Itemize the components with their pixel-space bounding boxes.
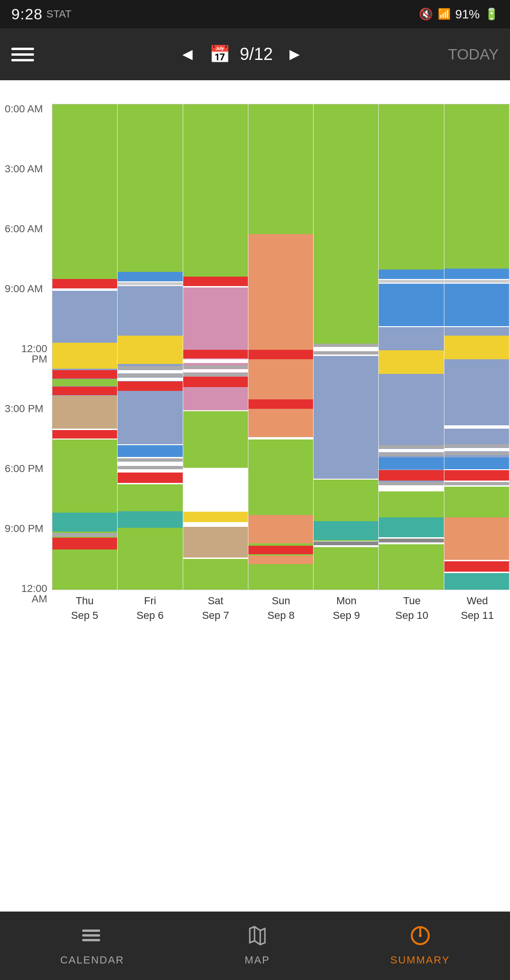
menu-button[interactable] [11,48,34,61]
day-label-tue: Tue Sep 10 [379,590,445,623]
calendar-icon: 📅 [209,44,230,64]
day-label-thu: Thu Sep 5 [52,590,118,623]
time-label-6am: 6:00 AM [5,224,48,234]
status-time: 9:28 [11,6,42,23]
map-nav-label: MAP [245,954,270,966]
svg-rect-1 [84,934,100,937]
svg-point-10 [419,934,422,937]
summary-icon [410,926,430,950]
next-week-button[interactable]: ► [282,44,307,64]
time-label-12pm: 12:00 PM [5,344,52,364]
day-col-tue [379,104,444,590]
day-label-wed: Wed Sep 11 [444,590,510,623]
svg-rect-2 [84,939,100,941]
svg-rect-3 [82,929,86,932]
status-stat: STAT [46,8,71,20]
day-col-sun [248,104,314,590]
day-col-sat [183,104,248,590]
time-label-3pm: 3:00 PM [5,404,48,414]
day-label-sun: Sun Sep 8 [248,590,314,623]
battery-text: 91% [455,7,480,22]
nav-calendar[interactable]: CALENDAR [60,926,124,966]
day-col-mon [314,104,379,590]
today-button[interactable]: TODAY [448,46,499,63]
day-label-mon: Mon Sep 9 [314,590,379,623]
chart-container: 0:00 AM 3:00 AM 6:00 AM 9:00 AM 12:00 PM… [0,94,510,628]
signal-icon: 📶 [438,8,450,20]
time-label-0am: 0:00 AM [5,104,48,114]
mute-icon: 🔇 [419,8,433,21]
top-nav: ◄ 📅 9/12 ► TODAY [0,28,510,80]
day-labels: Thu Sep 5 Fri Sep 6 Sat Sep 7 Sun Sep 8 … [52,590,510,623]
time-label-12am: 12:00 AM [5,583,52,604]
time-label-6pm: 6:00 PM [5,464,48,474]
battery-icon: 🔋 [484,8,499,21]
nav-summary[interactable]: SUMMARY [391,926,450,966]
svg-rect-0 [84,929,100,932]
svg-rect-4 [82,934,86,937]
status-icons: 🔇 📶 91% 🔋 [419,7,499,22]
time-label-3am: 3:00 AM [5,164,48,174]
summary-nav-label: SUMMARY [391,954,450,966]
day-col-fri [118,104,183,590]
current-date-label: 9/12 [240,44,273,64]
calendar-nav-label: CALENDAR [60,954,124,966]
svg-rect-5 [82,939,86,941]
bottom-nav: CALENDAR MAP SUMMARY [0,912,510,980]
time-labels: 0:00 AM 3:00 AM 6:00 AM 9:00 AM 12:00 PM… [5,104,52,590]
chart-grid [52,104,510,590]
map-icon [247,926,267,950]
time-label-9am: 9:00 AM [5,284,48,294]
nav-map[interactable]: MAP [245,926,270,966]
time-label-9pm: 9:00 PM [5,524,48,534]
day-col-wed [444,104,510,590]
day-col-thu [52,104,118,590]
prev-week-button[interactable]: ◄ [175,44,200,64]
svg-marker-6 [250,927,265,945]
day-label-sat: Sat Sep 7 [183,590,248,623]
day-label-fri: Fri Sep 6 [118,590,183,623]
calendar-list-icon [82,926,102,950]
status-bar: 9:28 STAT 🔇 📶 91% 🔋 [0,0,510,28]
